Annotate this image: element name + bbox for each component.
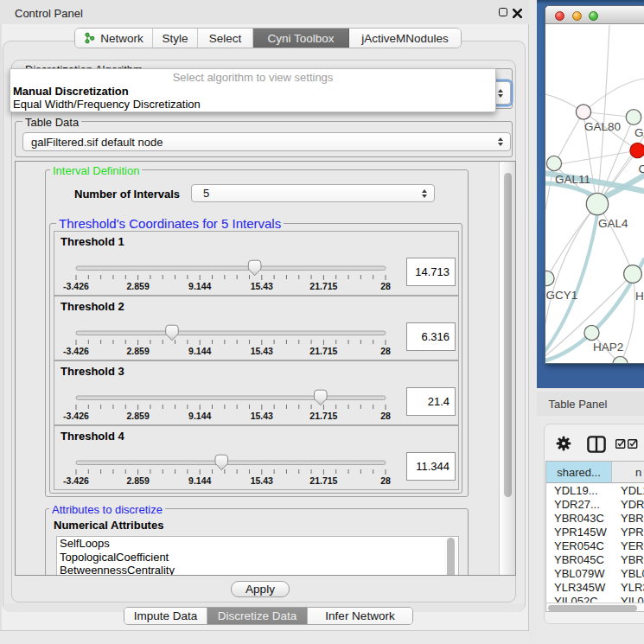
apply-button[interactable]: Apply <box>231 581 290 597</box>
svg-text:2.859: 2.859 <box>126 475 149 486</box>
threshold-value-field[interactable]: 6.316 <box>406 322 456 351</box>
table-column-header[interactable]: shared... <box>546 462 612 483</box>
tab-style[interactable]: Style <box>153 29 198 48</box>
network-node-label: GCY1 <box>546 289 578 302</box>
network-node-GAL4[interactable] <box>586 193 608 214</box>
popup-item-manual-discretization[interactable]: Manual Discretization <box>10 85 495 98</box>
network-edge[interactable] <box>545 204 597 340</box>
control-panel-window: Control Panel Network Style Select Cyni … <box>0 0 529 631</box>
tab-select[interactable]: Select <box>198 29 253 48</box>
tab-jactivemnodules[interactable]: jActiveMNodules <box>349 29 461 48</box>
close-icon[interactable] <box>513 9 522 18</box>
threshold-value-field[interactable]: 21.4 <box>406 387 456 416</box>
tab-network-label: Network <box>100 32 143 45</box>
close-light-icon[interactable] <box>555 11 564 21</box>
network-icon <box>84 32 95 44</box>
svg-text:28: 28 <box>380 475 391 486</box>
table-cell[interactable]: YLR345W <box>621 581 644 595</box>
numerical-attributes-label: Numerical Attributes <box>54 519 163 532</box>
tab-impute-data[interactable]: Impute Data <box>124 608 207 624</box>
svg-text:-3.426: -3.426 <box>63 475 89 486</box>
svg-text:21.715: 21.715 <box>309 411 337 421</box>
threshold-value-field[interactable]: 11.344 <box>406 452 456 481</box>
network-node-GAL11[interactable] <box>546 156 561 170</box>
network-node-label: C <box>639 163 644 175</box>
split-columns-icon[interactable] <box>587 436 606 453</box>
control-panel-titlebar: Control Panel <box>0 0 529 24</box>
svg-text:9.144: 9.144 <box>188 411 211 421</box>
attributes-list-scrollbar[interactable] <box>444 538 457 576</box>
svg-text:2.859: 2.859 <box>126 281 149 291</box>
network-node-label: HAP2 <box>593 341 623 354</box>
svg-text:21.715: 21.715 <box>309 281 337 291</box>
attribute-list-item[interactable]: BetweennessCentrality <box>57 564 458 576</box>
checkbox-icon[interactable] <box>628 439 638 449</box>
table-cell[interactable]: YPR145W <box>621 526 644 539</box>
attribute-list-item[interactable]: SelfLoops <box>57 537 458 551</box>
threshold-value-field[interactable]: 14.713 <box>406 258 456 286</box>
svg-text:28: 28 <box>380 411 391 421</box>
number-of-intervals-label: Number of Intervals <box>74 188 180 201</box>
threshold-slider[interactable]: -3.4262.8599.14415.4321.71528 <box>54 449 460 488</box>
tab-cyni-toolbox[interactable]: Cyni Toolbox <box>253 29 349 48</box>
float-window-icon[interactable] <box>499 8 507 16</box>
popup-item-equal-width[interactable]: Equal Width/Frequency Discretization <box>10 98 495 111</box>
network-node-C[interactable] <box>630 143 644 157</box>
tab-infer-network[interactable]: Infer Network <box>308 608 412 624</box>
attribute-list-item[interactable]: TopologicalCoefficient <box>57 551 458 564</box>
network-node-H[interactable] <box>624 265 642 284</box>
table-cell[interactable]: YBR043C <box>554 512 604 526</box>
network-node-clipped[interactable] <box>613 356 628 363</box>
network-edge[interactable] <box>554 150 638 165</box>
network-window-titlebar[interactable] <box>545 6 644 24</box>
network-edge[interactable] <box>597 204 633 274</box>
network-edge[interactable] <box>583 79 644 112</box>
network-node-label: H <box>635 290 644 303</box>
zoom-light-icon[interactable] <box>589 11 598 21</box>
threshold-slider[interactable]: -3.4262.8599.14415.4321.71528 <box>54 319 460 359</box>
network-node-HAP2[interactable] <box>584 325 599 340</box>
network-node-GA[interactable] <box>626 110 641 125</box>
table-cell[interactable]: YER054C <box>554 539 604 553</box>
threshold-panel-1: Threshold 1-3.4262.8599.14415.4321.71528… <box>54 231 459 296</box>
threshold-slider[interactable]: -3.4262.8599.14415.4321.71528 <box>54 384 460 424</box>
table-data-combobox[interactable]: galFiltered.sif default node <box>22 132 511 151</box>
table-cell[interactable]: YDR27... <box>621 498 644 512</box>
tab-discretize-data[interactable]: Discretize Data <box>207 608 308 624</box>
network-canvas[interactable]: GAL80GACGAL11GAL4GCY1HHAP2 <box>545 25 644 363</box>
table-cell[interactable]: YER054C <box>621 539 644 553</box>
numerical-attributes-list[interactable]: SelfLoopsTopologicalCoefficientBetweenne… <box>56 536 459 576</box>
threshold-title: Threshold 4 <box>61 430 124 443</box>
table-cell[interactable]: YDR27... <box>554 498 600 512</box>
settings-scrollbar-thumb[interactable] <box>504 173 512 497</box>
table-cell[interactable]: YBL079W <box>621 567 644 581</box>
table-cell[interactable]: YBL079W <box>554 567 605 581</box>
settings-scrollbar[interactable] <box>499 162 515 575</box>
table-column-header[interactable]: n <box>612 462 644 483</box>
svg-text:2.859: 2.859 <box>126 346 149 356</box>
network-node-GAL80[interactable] <box>576 105 590 119</box>
gear-icon[interactable] <box>556 436 571 451</box>
network-node-GCY1[interactable] <box>545 271 554 285</box>
table-cell[interactable]: YBR043C <box>621 512 644 526</box>
table-scrollbar-thumb[interactable] <box>548 605 637 611</box>
threshold-slider[interactable]: -3.4262.8599.14415.4321.71528 <box>54 254 460 294</box>
algorithm-dropdown-popup: Select algorithm to view settings Manual… <box>10 68 496 112</box>
checkbox-icon[interactable] <box>615 439 626 449</box>
table-cell[interactable]: YPR145W <box>554 526 607 539</box>
network-graph: GAL80GACGAL11GAL4GCY1HHAP2 <box>545 25 644 363</box>
number-of-intervals-value: 5 <box>192 187 421 200</box>
table-horizontal-scrollbar[interactable] <box>546 603 644 611</box>
table-cell[interactable]: YBR045C <box>621 553 644 567</box>
tab-network[interactable]: Network <box>75 29 153 48</box>
number-of-intervals-combobox[interactable]: 5 <box>191 184 435 202</box>
table-cell[interactable]: YDL19... <box>554 484 598 498</box>
split-divider[interactable] <box>529 0 537 644</box>
network-edge[interactable] <box>547 204 598 278</box>
table-cell[interactable]: YLR345W <box>554 581 605 595</box>
popup-placeholder-item[interactable]: Select algorithm to view settings <box>10 71 495 85</box>
network-node-label: GAL80 <box>584 120 621 133</box>
table-cell[interactable]: YDL19... <box>621 484 644 498</box>
table-cell[interactable]: YBR045C <box>554 553 604 567</box>
minimize-light-icon[interactable] <box>572 11 582 21</box>
